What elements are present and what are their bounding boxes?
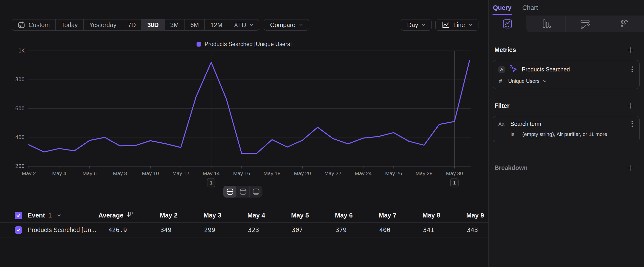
- sort-icon[interactable]: [126, 212, 133, 219]
- chevron-down-icon: [299, 24, 303, 26]
- range-7d[interactable]: 7D: [122, 20, 142, 30]
- day-column-header: May 3: [184, 208, 228, 222]
- legend-swatch: [196, 42, 201, 47]
- range-3m[interactable]: 3M: [164, 20, 185, 30]
- range-label: 3M: [170, 22, 179, 29]
- range-label: Custom: [28, 22, 50, 29]
- range-today[interactable]: Today: [56, 20, 84, 30]
- range-label: 30D: [147, 22, 159, 29]
- chevron-down-icon[interactable]: [543, 80, 546, 82]
- dots-grid-icon: [619, 18, 630, 30]
- x-axis-label: May 12: [172, 170, 190, 176]
- tab-chart[interactable]: Chart: [522, 0, 538, 16]
- x-axis-label: May 2: [22, 170, 36, 176]
- query-panel: Query Chart Metrics: [488, 0, 644, 267]
- table-row: Products Searched [Un... 426.9 349299323…: [0, 223, 488, 237]
- event-checkbox[interactable]: [15, 212, 22, 219]
- legend-label: Products Searched [Unique Users]: [204, 41, 292, 48]
- plus-icon: [627, 102, 634, 109]
- filter-condition[interactable]: Is (empty string), Air purifier, or 11 m…: [498, 131, 634, 137]
- y-axis-label: 800: [15, 77, 24, 83]
- tab-more-chart-types[interactable]: [605, 16, 644, 32]
- series-line[interactable]: [29, 60, 470, 153]
- metric-event-name[interactable]: Products Searched: [522, 66, 570, 73]
- metric-letter-badge: A: [498, 66, 505, 73]
- y-axis-label: 400: [15, 134, 24, 140]
- kebab-menu-icon[interactable]: [632, 120, 634, 127]
- series-name: Products Searched [Un...: [28, 226, 96, 233]
- tab-flow-chart[interactable]: [566, 16, 605, 32]
- add-filter-button[interactable]: [627, 102, 634, 109]
- filter-value: (empty string), Air purifier, or 11 more: [522, 131, 607, 137]
- day-column-header: May 6: [315, 208, 359, 222]
- day-value-cell: 379: [309, 223, 353, 237]
- x-axis-label: May 18: [264, 170, 280, 176]
- chart-legend[interactable]: Products Searched [Unique Users]: [0, 40, 488, 48]
- split-view-button[interactable]: [223, 186, 236, 197]
- flow-chart-icon: [580, 18, 591, 30]
- compare-button[interactable]: Compare: [264, 19, 309, 31]
- tab-line-chart[interactable]: [488, 16, 526, 32]
- range-label: 7D: [128, 22, 136, 29]
- chevron-down-icon: [422, 24, 426, 26]
- check-icon: [16, 228, 21, 232]
- chart-view-icon: [239, 188, 247, 195]
- day-value-cell: 323: [222, 223, 266, 237]
- breakdown-title: Breakdown: [494, 164, 528, 171]
- range-label: 12M: [210, 22, 222, 29]
- day-column-header: May 4: [228, 208, 272, 222]
- breakdown-section-header: Breakdown: [494, 164, 634, 171]
- filter-operator: Is: [510, 131, 514, 137]
- event-count: 1: [48, 212, 52, 219]
- analytics-app: CustomTodayYesterday7D30D3M6M12MXTD Comp…: [0, 0, 644, 267]
- series-checkbox[interactable]: [15, 226, 22, 234]
- interval-button[interactable]: Day: [401, 19, 432, 31]
- plus-icon: [627, 165, 634, 171]
- toolbar: CustomTodayYesterday7D30D3M6M12MXTD Comp…: [12, 19, 478, 31]
- measure-selector[interactable]: Unique Users: [508, 78, 540, 84]
- range-30d[interactable]: 30D: [142, 20, 164, 30]
- range-label: XTD: [234, 22, 246, 29]
- x-axis-label: May 14: [203, 170, 220, 176]
- chart-type-button[interactable]: Line: [436, 19, 478, 31]
- day-value-cell: 341: [397, 223, 440, 237]
- results-table: Event 1 Average May 2May 3May 4May 5May …: [0, 208, 488, 237]
- range-xtd[interactable]: XTD: [228, 20, 259, 30]
- chevron-down-icon[interactable]: [57, 214, 61, 216]
- kebab-menu-icon[interactable]: [632, 66, 634, 73]
- filter-section-header: Filter: [494, 102, 634, 109]
- calendar-icon: [18, 21, 25, 29]
- metrics-title: Metrics: [494, 46, 516, 54]
- tab-bar-chart[interactable]: [526, 16, 566, 32]
- tab-query-label: Query: [493, 4, 512, 12]
- x-axis-label: May 22: [324, 170, 342, 176]
- range-custom[interactable]: Custom: [12, 20, 56, 30]
- x-axis-label: May 30: [446, 170, 463, 176]
- compare-label: Compare: [270, 22, 296, 29]
- filter-property-name[interactable]: Search term: [510, 121, 541, 127]
- bar-chart-icon: [540, 18, 552, 30]
- day-value-cell: 299: [178, 223, 222, 237]
- y-axis-label: 200: [15, 163, 24, 169]
- table-view-button[interactable]: [250, 186, 262, 197]
- measure-symbol: #: [499, 78, 504, 84]
- range-yesterday[interactable]: Yesterday: [84, 20, 122, 30]
- line-chart-icon: [442, 21, 450, 29]
- x-axis-label: May 26: [385, 170, 402, 176]
- y-axis-label: 1K: [18, 48, 25, 54]
- range-12m[interactable]: 12M: [205, 20, 228, 30]
- metrics-section-header: Metrics: [494, 46, 634, 54]
- tab-query[interactable]: Query: [492, 0, 512, 16]
- x-axis-label: May 6: [83, 170, 97, 176]
- line-chart[interactable]: 1K80060040020011May 2May 4May 6May 8May …: [10, 48, 478, 191]
- day-value-cell: 343: [440, 223, 484, 237]
- chart-view-button[interactable]: [236, 186, 250, 197]
- add-breakdown-button[interactable]: [627, 165, 634, 171]
- cursor-click-icon: [509, 65, 518, 74]
- chart-type-tabs: [488, 16, 644, 32]
- range-6m[interactable]: 6M: [185, 20, 205, 30]
- interval-label: Day: [407, 22, 418, 29]
- range-label: 6M: [190, 22, 199, 29]
- day-column-header: May 9: [447, 208, 490, 222]
- add-metric-button[interactable]: [627, 47, 634, 54]
